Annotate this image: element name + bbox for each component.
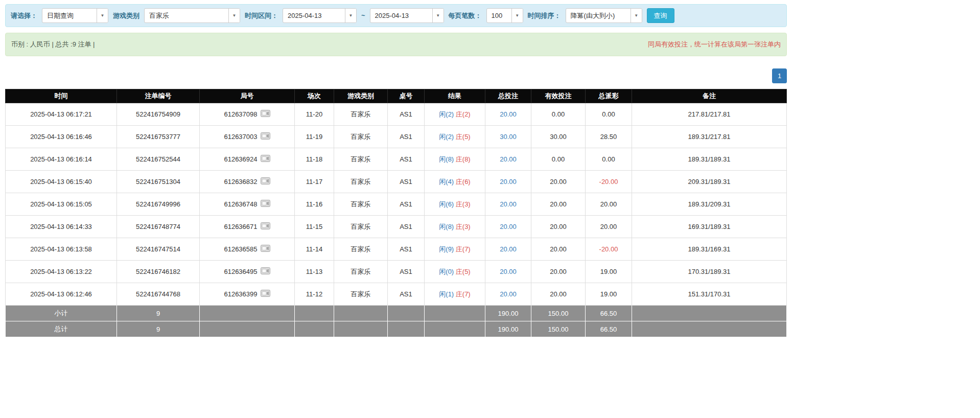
cell-total-bet[interactable]: 20.00 xyxy=(485,171,531,193)
page-1-button[interactable]: 1 xyxy=(772,68,787,83)
result-player: 闲(8) xyxy=(439,155,454,163)
cell-total-bet[interactable]: 20.00 xyxy=(485,261,531,283)
cell-table-number: AS1 xyxy=(388,193,425,216)
video-replay-icon[interactable] xyxy=(261,132,270,141)
sort-select[interactable]: 降冪(由大到小) ▼ xyxy=(566,8,642,23)
cell-game-type: 百家乐 xyxy=(334,193,388,216)
table-row: 2025-04-13 06:12:46522416744768612636399… xyxy=(6,283,787,306)
result-banker: 庄(8) xyxy=(456,155,471,163)
cell-table-number: AS1 xyxy=(388,283,425,306)
valid-bet-notice-text: 同局有效投注，统一计算在该局第一张注单内 xyxy=(648,40,781,49)
cell-result: 闲(4) 庄(6) xyxy=(425,171,485,193)
cell-table-number: AS1 xyxy=(388,171,425,193)
query-type-select[interactable]: 日期查询 ▼ xyxy=(42,8,108,23)
result-banker: 庄(3) xyxy=(456,200,471,208)
cell-note: 151.31/170.31 xyxy=(632,283,787,306)
cell-valid-bet: 20.00 xyxy=(531,171,586,193)
query-button[interactable]: 查询 xyxy=(647,8,674,23)
video-replay-icon[interactable] xyxy=(261,245,270,253)
cell-total-bet[interactable]: 20.00 xyxy=(485,103,531,126)
cell-total-bet[interactable]: 20.00 xyxy=(485,148,531,171)
select-type-label: 请选择： xyxy=(11,11,37,20)
cell-bet-number: 522416753777 xyxy=(117,126,200,148)
summary-label: 总计 xyxy=(6,321,117,337)
cell-game-type: 百家乐 xyxy=(334,283,388,306)
cell-payout: -20.00 xyxy=(586,171,632,193)
cell-result: 闲(8) 庄(8) xyxy=(425,148,485,171)
cell-session: 11-19 xyxy=(295,126,334,148)
cell-valid-bet: 0.00 xyxy=(531,103,586,126)
summary-row: 小计9190.00150.0066.50 xyxy=(6,306,787,321)
cell-table-number: AS1 xyxy=(388,216,425,238)
chevron-down-icon: ▼ xyxy=(511,9,523,22)
cell-note: 189.31/217.81 xyxy=(632,126,787,148)
cell-total-bet[interactable]: 20.00 xyxy=(485,283,531,306)
column-header: 有效投注 xyxy=(531,89,586,103)
cell-note: 209.31/189.31 xyxy=(632,171,787,193)
column-header: 时间 xyxy=(6,89,117,103)
column-header: 总派彩 xyxy=(586,89,632,103)
result-banker: 庄(5) xyxy=(456,133,471,141)
cell-session: 11-14 xyxy=(295,238,334,261)
cell-game-type: 百家乐 xyxy=(334,126,388,148)
summary-total-bet: 190.00 xyxy=(485,321,531,337)
game-type-select[interactable]: 百家乐 ▼ xyxy=(144,8,240,23)
cell-result: 闲(9) 庄(7) xyxy=(425,238,485,261)
table-header-row: 时间注单编号局号场次游戏类别桌号结果总投注有效投注总派彩备注 xyxy=(6,89,787,103)
video-replay-icon[interactable] xyxy=(261,110,270,119)
table-row: 2025-04-13 06:15:40522416751304612636832… xyxy=(6,171,787,193)
cell-table-number: AS1 xyxy=(388,148,425,171)
video-replay-icon[interactable] xyxy=(261,200,270,208)
date-to-select[interactable]: 2025-04-13 ▼ xyxy=(370,8,444,23)
video-replay-icon[interactable] xyxy=(261,177,270,186)
cell-bet-number: 522416752544 xyxy=(117,148,200,171)
cell-payout: 20.00 xyxy=(586,193,632,216)
cell-session: 11-20 xyxy=(295,103,334,126)
result-player: 闲(0) xyxy=(439,268,454,275)
result-player: 闲(2) xyxy=(439,133,454,141)
column-header: 结果 xyxy=(425,89,485,103)
result-player: 闲(6) xyxy=(439,200,454,208)
column-header: 局号 xyxy=(200,89,295,103)
cell-table-number: AS1 xyxy=(388,126,425,148)
video-replay-icon[interactable] xyxy=(261,222,270,231)
page-size-label: 每页笔数： xyxy=(449,11,482,20)
cell-note: 217.81/217.81 xyxy=(632,103,787,126)
cell-total-bet[interactable]: 20.00 xyxy=(485,216,531,238)
page-size-value: 100 xyxy=(487,9,511,22)
cell-payout: 28.50 xyxy=(586,126,632,148)
page-size-select[interactable]: 100 ▼ xyxy=(486,8,523,23)
summary-total-bet: 190.00 xyxy=(485,306,531,321)
video-replay-icon[interactable] xyxy=(261,155,270,164)
cell-bet-number: 522416751304 xyxy=(117,171,200,193)
cell-bet-number: 522416744768 xyxy=(117,283,200,306)
cell-game-type: 百家乐 xyxy=(334,261,388,283)
table-footer: 小计9190.00150.0066.50总计9190.00150.0066.50 xyxy=(6,306,787,337)
column-header: 总投注 xyxy=(485,89,531,103)
table-row: 2025-04-13 06:16:46522416753777612637003… xyxy=(6,126,787,148)
cell-time: 2025-04-13 06:13:22 xyxy=(6,261,117,283)
chevron-down-icon: ▼ xyxy=(97,9,108,22)
cell-total-bet[interactable]: 20.00 xyxy=(485,238,531,261)
cell-table-number: AS1 xyxy=(388,238,425,261)
cell-valid-bet: 30.00 xyxy=(531,126,586,148)
cell-result: 闲(0) 庄(5) xyxy=(425,261,485,283)
cell-valid-bet: 20.00 xyxy=(531,283,586,306)
table-row: 2025-04-13 06:13:22522416746182612636495… xyxy=(6,261,787,283)
cell-total-bet[interactable]: 20.00 xyxy=(485,193,531,216)
cell-result: 闲(6) 庄(3) xyxy=(425,193,485,216)
cell-round-number: 612636748 xyxy=(200,193,295,216)
video-replay-icon[interactable] xyxy=(261,290,270,298)
cell-game-type: 百家乐 xyxy=(334,216,388,238)
date-from-select[interactable]: 2025-04-13 ▼ xyxy=(283,8,357,23)
result-player: 闲(2) xyxy=(439,110,454,118)
cell-note: 189.31/209.31 xyxy=(632,193,787,216)
cell-total-bet[interactable]: 30.00 xyxy=(485,126,531,148)
result-player: 闲(8) xyxy=(439,223,454,230)
chevron-down-icon: ▼ xyxy=(631,9,642,22)
info-bar: 币别 : 人民币 | 总共 :9 注单 | 同局有效投注，统一计算在该局第一张注… xyxy=(5,33,787,56)
result-banker: 庄(3) xyxy=(456,223,471,230)
video-replay-icon[interactable] xyxy=(261,267,270,276)
result-banker: 庄(7) xyxy=(456,290,471,298)
column-header: 游戏类别 xyxy=(334,89,388,103)
